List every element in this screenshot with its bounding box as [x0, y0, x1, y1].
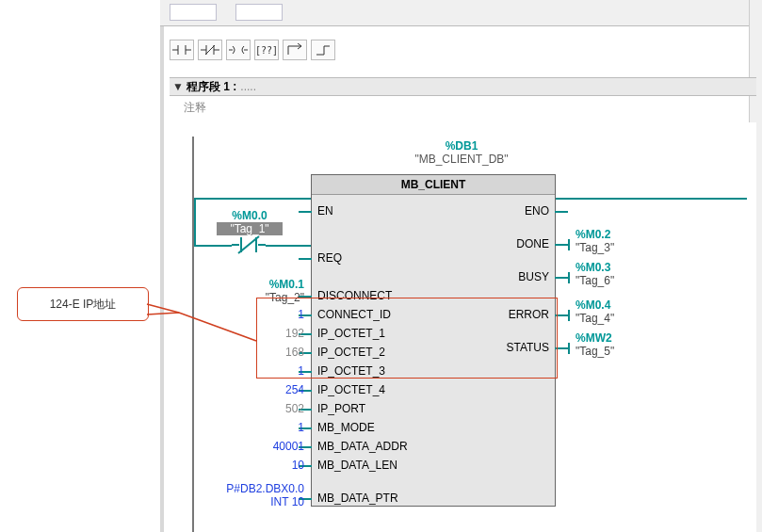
fb-output-status[interactable]: STATUS — [506, 341, 549, 354]
fb-input-ip_port[interactable]: IP_PORT — [317, 402, 365, 415]
network-comment[interactable]: 注释 — [184, 100, 206, 116]
pin-stub — [299, 258, 312, 260]
fb-title: MB_CLIENT — [312, 175, 555, 195]
fb-output-error[interactable]: ERROR — [509, 308, 549, 321]
pin-stub — [555, 211, 568, 213]
pin-stub — [555, 347, 568, 349]
wire — [194, 245, 232, 247]
terminator — [568, 310, 570, 321]
fb-input-mb_data_len[interactable]: MB_DATA_LEN — [317, 459, 397, 472]
nc-contact-tag1[interactable] — [232, 234, 266, 255]
tag-name: "Tag_1" — [217, 222, 283, 235]
fb-input-mb_data_ptr[interactable]: MB_DATA_PTR — [317, 492, 398, 505]
fb-input-req[interactable]: REQ — [317, 251, 342, 265]
fb-input-ip_octet_4[interactable]: IP_OCTET_4 — [317, 383, 385, 396]
callout-tail — [141, 303, 264, 388]
fb-output-eno[interactable]: ENO — [525, 204, 549, 218]
tag-address: %M0.0 — [217, 209, 283, 222]
lad-toolbar: [??] — [170, 40, 335, 64]
no-contact-button[interactable] — [170, 40, 194, 60]
coil-button[interactable] — [226, 40, 251, 60]
instance-db-label[interactable]: %DB1 "MB_CLIENT_DB" — [386, 139, 537, 166]
ladder-area: %DB1 "MB_CLIENT_DB" %M0.0 "Tag_1" MB_CLI… — [188, 122, 756, 532]
branch-close-button[interactable] — [311, 40, 335, 60]
wire — [194, 198, 196, 245]
nc-contact-button[interactable] — [198, 40, 222, 60]
collapse-icon[interactable]: ▼ — [170, 80, 186, 93]
fb-input-connect_id[interactable]: CONNECT_ID — [317, 308, 391, 321]
output-tag[interactable]: %M0.3"Tag_6" — [576, 261, 614, 287]
fb-output-done[interactable]: DONE — [516, 237, 549, 250]
input-value[interactable]: 1 — [298, 364, 304, 378]
fb-input-ip_octet_3[interactable]: IP_OCTET_3 — [317, 364, 385, 378]
input-value[interactable]: 254 — [285, 383, 304, 396]
network-title: 程序段 1 : — [186, 79, 236, 95]
wire — [194, 198, 311, 200]
terminator — [568, 343, 570, 354]
input-tag[interactable]: %M0.1"Tag_2" — [266, 278, 304, 304]
empty-box-button[interactable]: [??] — [254, 40, 279, 60]
wire — [266, 245, 311, 247]
network-header[interactable]: ▼ 程序段 1 : ..... — [170, 77, 756, 96]
pin-stub — [555, 277, 568, 279]
editor-top-bar — [160, 0, 762, 26]
fb-body: ENREQDISCONNECT%M0.1"Tag_2"CONNECT_ID1IP… — [312, 195, 555, 506]
pin-stub — [555, 244, 568, 246]
callout-text: 124-E IP地址 — [50, 297, 117, 313]
output-tag[interactable]: %M0.4"Tag_4" — [576, 298, 614, 325]
network-title-dots: ..... — [240, 80, 256, 93]
fb-input-mb_data_addr[interactable]: MB_DATA_ADDR — [317, 440, 408, 453]
top-stub — [235, 4, 283, 21]
branch-open-button[interactable] — [283, 40, 307, 60]
db-name: "MB_CLIENT_DB" — [386, 153, 537, 166]
pin-stub — [555, 314, 568, 316]
pin-stub — [299, 211, 312, 213]
output-tag[interactable]: %MW2"Tag_5" — [576, 331, 614, 358]
terminator — [568, 239, 570, 250]
req-tag[interactable]: %M0.0 "Tag_1" — [217, 209, 283, 235]
top-stub — [170, 4, 217, 21]
callout-ip: 124-E IP地址 — [17, 287, 149, 321]
db-address: %DB1 — [386, 139, 537, 153]
left-gutter — [160, 26, 164, 532]
output-tag[interactable]: %M0.2"Tag_3" — [576, 228, 614, 254]
terminator — [568, 272, 570, 283]
fb-input-en[interactable]: EN — [317, 204, 333, 218]
input-value[interactable]: 192 — [285, 327, 304, 340]
input-value[interactable]: 40001 — [273, 440, 304, 453]
input-value[interactable]: 502 — [285, 402, 304, 415]
input-value[interactable]: P#DB2.DBX0.0INT 10 — [226, 482, 304, 508]
fb-mb-client[interactable]: MB_CLIENT ENREQDISCONNECT%M0.1"Tag_2"CON… — [311, 174, 556, 507]
fb-input-ip_octet_2[interactable]: IP_OCTET_2 — [317, 346, 385, 359]
fb-output-busy[interactable]: BUSY — [518, 270, 549, 283]
input-value[interactable]: 10 — [292, 459, 304, 472]
fb-input-disconnect[interactable]: DISCONNECT — [317, 289, 392, 302]
fb-input-ip_octet_1[interactable]: IP_OCTET_1 — [317, 327, 385, 340]
input-value[interactable]: 1 — [298, 308, 304, 321]
wire — [556, 198, 747, 200]
fb-input-mb_mode[interactable]: MB_MODE — [317, 421, 375, 434]
input-value[interactable]: 168 — [285, 346, 304, 359]
input-value[interactable]: 1 — [298, 421, 304, 434]
